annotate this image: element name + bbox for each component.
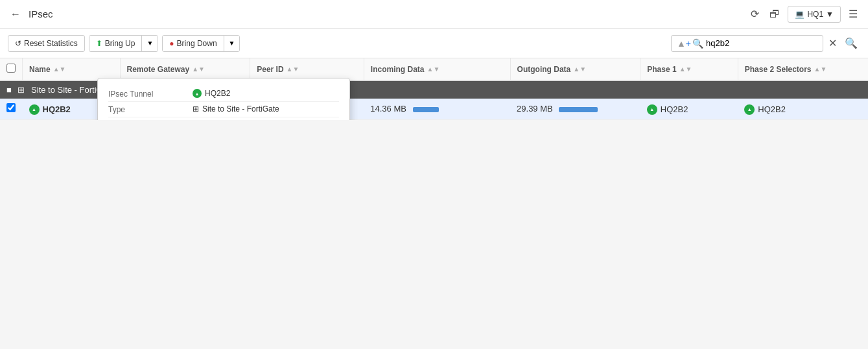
popup-row-remote-gateway: Remote Gateway 10.100.68.5 — [108, 117, 339, 120]
group-expand-icon: ■ — [6, 85, 12, 95]
popup-tunnel-status-icon — [193, 89, 202, 98]
phase1-status-icon — [647, 104, 657, 115]
th-outgoing-data[interactable]: Outgoing Data ▲▼ — [510, 58, 640, 80]
bring-up-main-button[interactable]: ⬆ Bring Up — [89, 36, 142, 51]
device-selector[interactable]: 💻 HQ1 ▼ — [788, 6, 841, 23]
toolbar-right: ▲ + 🔍 ✕ 🔍 — [671, 34, 860, 52]
th-remote-gateway[interactable]: Remote Gateway ▲▼ — [120, 58, 250, 80]
status-up-icon — [29, 104, 40, 115]
search-clear-button[interactable]: ✕ — [826, 34, 839, 52]
export-button[interactable]: 🗗 — [767, 6, 782, 23]
phase2-sort-icon: ▲▼ — [814, 66, 827, 73]
row-checkbox[interactable] — [6, 103, 16, 112]
toolbar: ↺ Reset Statistics ⬆ Bring Up ▼ ● Bring … — [0, 29, 868, 58]
th-peer-id[interactable]: Peer ID ▲▼ — [250, 58, 364, 80]
top-bar-right: ⟳ 🗗 💻 HQ1 ▼ ☰ — [748, 5, 860, 23]
back-button[interactable]: ← — [8, 6, 23, 23]
detail-popup: IPsec Tunnel HQ2B2 Type ⊞ Site to Site -… — [97, 78, 350, 120]
th-phase1[interactable]: Phase 1 ▲▼ — [640, 58, 738, 80]
search-icon: ▲ — [677, 38, 686, 49]
phase2-status-icon — [744, 104, 755, 115]
popup-label-type: Type — [108, 104, 193, 114]
peerid-sort-icon: ▲▼ — [287, 66, 299, 73]
outgoing-sort-icon: ▲▼ — [573, 66, 586, 73]
main-content: Name ▲▼ Remote Gateway ▲▼ Peer ID ▲▼ — [0, 58, 868, 120]
outgoing-data-bar — [559, 107, 598, 112]
bring-up-dropdown-button[interactable]: ▼ — [141, 36, 158, 51]
th-name[interactable]: Name ▲▼ — [23, 58, 121, 80]
site-to-site-icon: ⊞ — [18, 85, 25, 95]
search-input[interactable] — [703, 38, 817, 48]
row-phase2-selectors: HQ2B2 — [738, 99, 868, 119]
popup-body: IPsec Tunnel HQ2B2 Type ⊞ Site to Site -… — [98, 78, 349, 120]
refresh-button[interactable]: ⟳ — [748, 5, 762, 23]
table-header: Name ▲▼ Remote Gateway ▲▼ Peer ID ▲▼ — [0, 58, 868, 80]
device-icon: 💻 — [795, 10, 804, 19]
type-icon: ⊞ — [193, 104, 199, 114]
incoming-sort-icon: ▲▼ — [427, 66, 440, 73]
row-phase1: HQ2B2 — [640, 99, 738, 119]
plus-icon: + — [686, 38, 691, 49]
search-magnifier-icon: 🔍 — [692, 38, 703, 49]
page-title: IPsec — [29, 8, 53, 19]
bring-down-dropdown-button[interactable]: ▼ — [224, 36, 240, 51]
bring-down-icon: ● — [169, 39, 174, 48]
bring-down-split-button[interactable]: ● Bring Down ▼ — [162, 35, 240, 52]
popup-row-ipsec-tunnel: IPsec Tunnel HQ2B2 — [108, 86, 339, 102]
rg-sort-icon: ▲▼ — [192, 66, 205, 73]
th-checkbox — [0, 58, 23, 80]
th-incoming-data[interactable]: Incoming Data ▲▼ — [364, 58, 510, 80]
device-chevron-icon: ▼ — [826, 10, 834, 19]
bring-down-main-button[interactable]: ● Bring Down — [163, 36, 223, 51]
reset-icon: ↺ — [15, 39, 21, 48]
bring-up-split-button[interactable]: ⬆ Bring Up ▼ — [89, 35, 159, 52]
popup-value-ipsec-tunnel: HQ2B2 — [193, 89, 230, 98]
popup-row-type: Type ⊞ Site to Site - FortiGate — [108, 102, 339, 117]
popup-label-ipsec-tunnel: IPsec Tunnel — [108, 89, 193, 99]
bring-up-icon: ⬆ — [96, 39, 102, 48]
top-bar-left: ← IPsec — [8, 6, 53, 23]
th-phase2-selectors[interactable]: Phase 2 Selectors ▲▼ — [738, 58, 868, 80]
row-outgoing-data: 29.39 MB — [510, 99, 640, 119]
top-bar: ← IPsec ⟳ 🗗 💻 HQ1 ▼ ☰ — [0, 0, 868, 29]
select-all-checkbox[interactable] — [6, 64, 16, 73]
search-submit-button[interactable]: 🔍 — [842, 34, 860, 52]
popup-value-type: ⊞ Site to Site - FortiGate — [193, 104, 279, 114]
row-incoming-data: 14.36 MB — [364, 99, 510, 119]
phase1-sort-icon: ▲▼ — [679, 66, 692, 73]
reset-statistics-button[interactable]: ↺ Reset Statistics — [8, 35, 85, 52]
incoming-data-bar — [413, 107, 439, 112]
name-sort-icon: ▲▼ — [53, 66, 66, 73]
hamburger-menu-button[interactable]: ☰ — [846, 5, 860, 23]
search-bar: ▲ + 🔍 — [671, 35, 823, 52]
